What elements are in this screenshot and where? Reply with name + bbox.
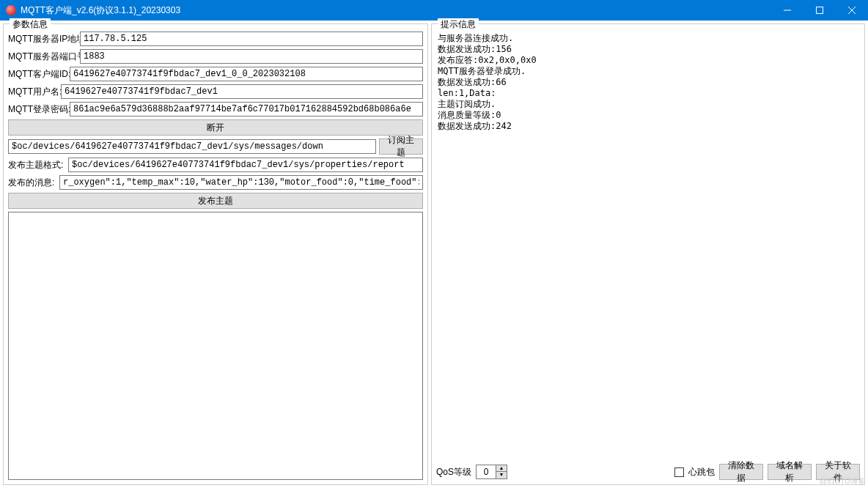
qos-down-icon[interactable]: ▼	[496, 472, 507, 478]
dns-button[interactable]: 域名解析	[768, 464, 812, 480]
qos-spinner[interactable]: ▲ ▼	[476, 465, 507, 479]
titlebar: MQTT客户端_v2.6(协议3.1.1)_20230303	[0, 0, 868, 21]
svg-rect-1	[817, 7, 823, 14]
params-group: 参数信息 MQTT服务器IP地址: MQTT服务器端口号: MQTT客户端ID:…	[3, 23, 428, 485]
ip-label: MQTT服务器IP地址:	[8, 33, 77, 45]
minimize-button[interactable]	[771, 0, 803, 21]
subscribe-topic-input[interactable]	[8, 139, 376, 154]
info-group: 提示信息 与服务器连接成功. 数据发送成功:156 发布应答:0x2,0x0,0…	[431, 23, 865, 485]
log-output: 与服务器连接成功. 数据发送成功:156 发布应答:0x2,0x0,0x0 MQ…	[436, 32, 860, 461]
pass-label: MQTT登录密码:	[8, 103, 67, 116]
port-input[interactable]	[80, 49, 423, 64]
clientid-input[interactable]	[70, 67, 423, 81]
watermark: @51CTO博客	[820, 476, 865, 487]
qos-value[interactable]	[476, 465, 496, 479]
window-title: MQTT客户端_v2.6(协议3.1.1)_20230303	[21, 4, 771, 17]
user-input[interactable]	[61, 84, 423, 99]
pass-input[interactable]	[70, 102, 423, 117]
pub-msg-input[interactable]	[59, 175, 423, 190]
port-label: MQTT服务器端口号:	[8, 51, 77, 63]
heartbeat-checkbox[interactable]	[674, 467, 684, 477]
params-legend: 参数信息	[10, 18, 51, 31]
clear-button[interactable]: 清除数据	[719, 464, 763, 480]
qos-label: QoS等级	[436, 466, 471, 478]
qos-up-icon[interactable]: ▲	[496, 465, 507, 472]
maximize-button[interactable]	[803, 0, 836, 21]
subscribe-button[interactable]: 订阅主题	[379, 138, 423, 155]
publish-button[interactable]: 发布主题	[8, 193, 423, 209]
output-textarea[interactable]	[8, 212, 423, 480]
info-legend: 提示信息	[438, 18, 479, 31]
user-label: MQTT用户名:	[8, 86, 58, 98]
pub-topic-input[interactable]	[68, 158, 423, 172]
heartbeat-label: 心跳包	[688, 466, 715, 478]
app-icon	[6, 5, 16, 15]
clientid-label: MQTT客户端ID:	[8, 68, 67, 81]
pub-msg-label: 发布的消息:	[8, 177, 56, 189]
close-button[interactable]	[836, 0, 868, 21]
ip-input[interactable]	[80, 32, 423, 46]
pub-topic-label: 发布主题格式:	[8, 159, 65, 171]
disconnect-button[interactable]: 断开	[8, 119, 423, 136]
